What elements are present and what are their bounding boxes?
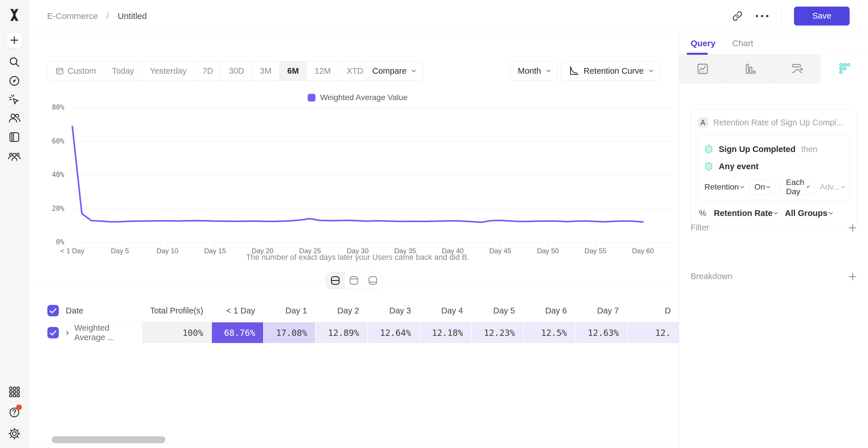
series-badge: A <box>698 117 708 128</box>
retention-dots-icon[interactable] <box>821 55 868 83</box>
chevron-down-icon <box>841 184 845 188</box>
flows-icon[interactable] <box>774 55 821 83</box>
layout-split-icon[interactable] <box>326 272 345 289</box>
column-header: Date <box>66 306 83 315</box>
retention-cell[interactable]: 12.63% <box>575 322 627 343</box>
x-axis-tick <box>72 243 73 246</box>
breadcrumb-separator: / <box>106 11 109 21</box>
query-panel: Query Chart A Retention Rate of Sign Up … <box>679 32 868 448</box>
save-button[interactable]: Save <box>794 7 849 26</box>
y-axis-label: 60% <box>40 137 64 145</box>
each-day-dropdown[interactable]: Each Day <box>780 179 815 195</box>
tab-chart[interactable]: Chart <box>732 38 753 48</box>
column-header[interactable]: < 1 Day <box>211 306 263 315</box>
retention-cell[interactable]: 12.64% <box>367 322 419 343</box>
column-header[interactable]: D <box>627 306 679 315</box>
column-header[interactable]: Day 2 <box>315 306 367 315</box>
apps-grid-icon[interactable] <box>7 385 21 399</box>
metric-dropdown[interactable]: Retention Rate <box>714 208 778 218</box>
x-axis-tick <box>358 243 358 246</box>
layout-chart-only-icon[interactable] <box>345 272 363 289</box>
x-axis-caption: The number of exact days later your User… <box>72 253 643 262</box>
layout-table-only-icon[interactable] <box>363 272 382 289</box>
retention-cell[interactable]: 17.08% <box>263 322 315 343</box>
groups-dropdown[interactable]: All Groups <box>785 208 832 218</box>
active-tab-underline <box>687 53 708 55</box>
event-step-2[interactable]: Any event <box>704 158 843 175</box>
chevron-down-icon <box>766 184 771 188</box>
chevron-down-icon <box>740 184 745 188</box>
query-title[interactable]: Retention Rate of Sign Up Compl... <box>713 118 850 127</box>
retention-cell[interactable]: 100% <box>142 322 211 343</box>
event-step-1[interactable]: Sign Up Completed then <box>704 141 843 158</box>
table-header-date: Date <box>48 305 142 316</box>
x-axis-tick <box>453 243 453 246</box>
board-icon[interactable] <box>7 130 21 144</box>
people-group-icon[interactable] <box>7 150 21 164</box>
column-header[interactable]: Day 4 <box>419 306 471 315</box>
filter-label: Filter <box>691 223 709 232</box>
percent-symbol: % <box>699 208 706 218</box>
chevron-down-icon <box>774 210 778 215</box>
expand-row-icon[interactable] <box>65 331 69 335</box>
search-icon[interactable] <box>7 55 21 69</box>
breadcrumb-title[interactable]: Untitled <box>118 11 147 21</box>
advanced-dropdown[interactable]: Adv... <box>820 182 845 192</box>
column-header[interactable]: Day 3 <box>367 306 419 315</box>
panel-tabs: Query Chart <box>679 32 868 55</box>
breadcrumb: E-Commerce / Untitled <box>47 11 147 21</box>
row-name: Weighted Average ... <box>74 323 142 342</box>
share-link-icon[interactable] <box>732 10 743 22</box>
x-axis-tick <box>643 243 643 246</box>
cursor-click-icon[interactable] <box>7 93 21 107</box>
on-dropdown[interactable]: On <box>749 179 775 195</box>
column-header[interactable]: Day 7 <box>575 306 627 315</box>
select-all-checkbox[interactable] <box>48 305 59 316</box>
left-sidebar <box>0 0 29 448</box>
retention-line <box>72 108 672 242</box>
plus-icon[interactable] <box>6 32 22 48</box>
x-axis-tick <box>595 243 596 246</box>
column-header[interactable]: Day 1 <box>263 306 315 315</box>
x-axis-tick <box>310 243 310 246</box>
add-filter-icon[interactable] <box>848 223 857 232</box>
retention-type-dropdown[interactable]: Retention <box>704 182 744 192</box>
more-options-icon[interactable] <box>756 15 768 17</box>
compass-icon[interactable] <box>7 74 21 88</box>
column-header[interactable]: Day 6 <box>523 306 575 315</box>
report-area: CustomTodayYesterday7D30D3M6M12MXTD Comp… <box>29 32 679 448</box>
column-header[interactable]: Day 5 <box>471 306 523 315</box>
row-checkbox[interactable] <box>48 327 59 338</box>
x-axis-tick <box>262 243 263 246</box>
hexagon-icon <box>704 144 713 154</box>
topbar: E-Commerce / Untitled Save <box>29 0 868 32</box>
column-header[interactable]: Total Profile(s) <box>142 306 211 315</box>
table-row[interactable]: Weighted Average ...100%68.76%17.08%12.8… <box>48 322 679 343</box>
insights-icon[interactable] <box>679 55 726 83</box>
funnels-bars-icon[interactable] <box>726 55 774 83</box>
app-logo <box>7 8 21 22</box>
breakdown-section: Breakdown <box>691 272 857 281</box>
y-axis-label: 80% <box>40 103 64 111</box>
x-axis-tick <box>548 243 548 246</box>
retention-line-chart[interactable]: 80%60%40%20%0%< 1 DayDay 5Day 10Day 15Da… <box>29 32 679 290</box>
x-axis-tick <box>500 243 501 246</box>
divider <box>781 7 781 25</box>
chevron-down-icon <box>828 210 833 215</box>
retention-cell[interactable]: 12.5% <box>523 322 575 343</box>
tab-query[interactable]: Query <box>691 38 716 48</box>
retention-cell[interactable]: 12.89% <box>315 322 367 343</box>
y-axis-label: 20% <box>40 205 64 212</box>
x-axis-tick <box>215 243 215 246</box>
users-icon[interactable] <box>7 111 21 125</box>
retention-cell[interactable]: 12.23% <box>471 322 523 343</box>
retention-cell[interactable]: 68.76% <box>211 322 263 343</box>
retention-cell[interactable]: 12.18% <box>419 322 471 343</box>
retention-cell[interactable]: 12. <box>627 322 679 343</box>
breadcrumb-project[interactable]: E-Commerce <box>47 11 98 21</box>
x-axis-tick <box>405 243 406 246</box>
add-breakdown-icon[interactable] <box>848 272 857 281</box>
help-icon[interactable] <box>7 406 21 419</box>
horizontal-scrollbar[interactable] <box>52 436 165 443</box>
settings-icon[interactable] <box>7 427 21 441</box>
